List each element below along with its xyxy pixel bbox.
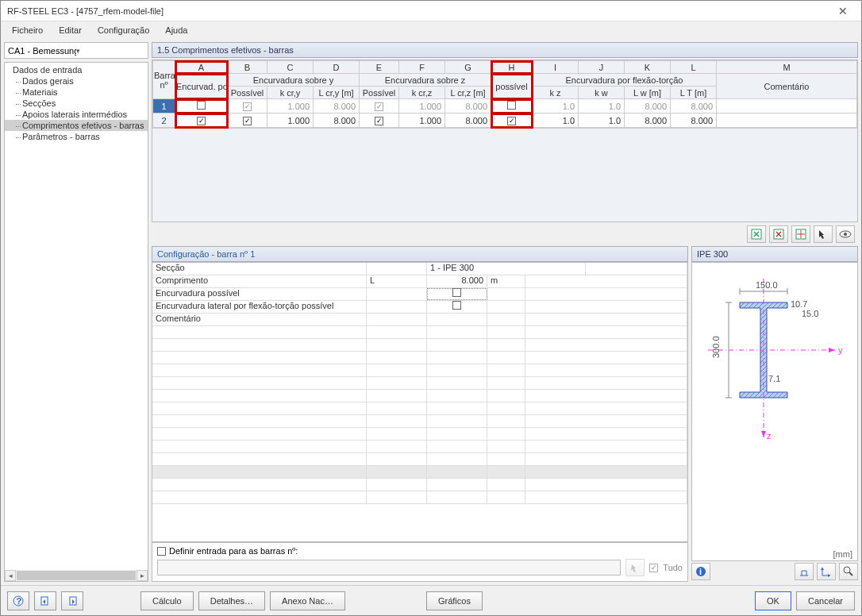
checkbox[interactable]	[452, 288, 461, 297]
info-icon[interactable]: i	[691, 563, 710, 580]
excel-export-icon[interactable]	[769, 225, 788, 243]
checkbox[interactable]: ✓	[375, 102, 383, 111]
settings-icon[interactable]	[839, 563, 858, 580]
svg-text:150.0: 150.0	[756, 280, 778, 290]
sidebar: CA1 - Bemessung nach Eurococ ▾ Dados de …	[4, 42, 148, 582]
svg-text:15.0: 15.0	[802, 309, 818, 318]
members-grid[interactable]: Barranº A B C D E F G H I J K L M	[152, 60, 858, 222]
checkbox[interactable]: ✓	[375, 117, 383, 125]
graficos-button[interactable]: Gráficos	[426, 591, 483, 610]
window-title: RF-STEEL EC3 - [4757_rfem-model-file]	[7, 6, 831, 16]
svg-text:10.7: 10.7	[791, 299, 807, 309]
define-label: Definir entrada para as barras nº:	[169, 546, 298, 556]
close-icon[interactable]: ✕	[831, 5, 855, 17]
detail-panel: Configuração - barra nº 1 Secção1 - IPE …	[152, 246, 688, 582]
section-preview[interactable]: y z 150.0 300.0 10.7 15.0 7.1	[691, 262, 858, 561]
col-L[interactable]: L	[671, 61, 717, 74]
col-G[interactable]: G	[445, 61, 491, 74]
detail-title: Configuração - barra nº 1	[152, 246, 688, 262]
tree-comprimentos[interactable]: Comprimentos efetivos - barras	[5, 120, 148, 131]
pick-icon[interactable]	[814, 225, 833, 243]
anexo-button[interactable]: Anexo Nac…	[270, 591, 345, 610]
preview-panel: IPE 300 y z	[691, 246, 858, 582]
next-page-button[interactable]	[61, 591, 83, 610]
table-row[interactable]: 2 ✓ ✓ 1.000 8.000 ✓ 1.000 8.000 ✓ 1.0 1.…	[153, 114, 857, 128]
col-D[interactable]: D	[314, 61, 360, 74]
eye-icon[interactable]	[836, 225, 855, 243]
prev-page-button[interactable]	[34, 591, 56, 610]
define-input[interactable]	[157, 560, 621, 576]
svg-text:300.0: 300.0	[711, 336, 721, 358]
checkbox[interactable]	[507, 101, 516, 110]
col-H[interactable]: H	[491, 61, 533, 74]
tree-seccoes[interactable]: Secções	[5, 98, 148, 109]
checkbox[interactable]	[452, 301, 461, 310]
scroll-right-icon[interactable]: ▸	[137, 570, 148, 581]
tree-materiais[interactable]: Materiais	[5, 87, 148, 98]
tree-parametros[interactable]: Parâmetros - barras	[5, 131, 148, 142]
main-pane: 1.5 Comprimentos efetivos - barras Barra…	[152, 42, 858, 582]
help-button[interactable]: ?	[7, 591, 29, 610]
axis-view-icon[interactable]	[817, 563, 836, 580]
svg-text:?: ?	[17, 596, 22, 606]
col-K[interactable]: K	[625, 61, 671, 74]
col-M[interactable]: M	[717, 61, 857, 74]
define-row: Definir entrada para as barras nº: ✓ Tud…	[152, 542, 688, 582]
tree-apoios[interactable]: Apoios laterais intermédios	[5, 109, 148, 120]
checkbox[interactable]: ✓	[507, 117, 516, 125]
svg-point-4	[844, 233, 847, 236]
preview-title: IPE 300	[691, 246, 858, 262]
chevron-down-icon: ▾	[76, 47, 144, 55]
svg-marker-7	[829, 348, 835, 352]
checkbox[interactable]: ✓	[243, 117, 252, 125]
scroll-thumb[interactable]	[17, 571, 136, 580]
tudo-checkbox[interactable]: ✓	[649, 564, 658, 572]
grid-toolbar	[152, 224, 858, 244]
checkbox[interactable]	[197, 101, 206, 110]
col-A[interactable]: A	[175, 61, 228, 74]
col-B[interactable]: B	[228, 61, 267, 74]
pick-members-icon[interactable]	[625, 559, 645, 576]
tree-root[interactable]: Dados de entrada	[5, 64, 148, 75]
tudo-label: Tudo	[663, 563, 683, 572]
checkbox[interactable]: ✓	[243, 102, 252, 111]
preview-toolbar: i	[691, 561, 858, 582]
col-barra: Barranº	[153, 61, 175, 99]
ok-button[interactable]: OK	[755, 591, 791, 610]
svg-marker-25	[821, 568, 824, 570]
menu-ficheiro[interactable]: Ficheiro	[6, 24, 49, 37]
section-view-icon[interactable]	[795, 563, 814, 580]
menu-config[interactable]: Configuração	[91, 24, 156, 37]
col-E[interactable]: E	[360, 61, 399, 74]
nav-tree: Dados de entrada Dados gerais Materiais …	[4, 62, 148, 582]
excel-sync-icon[interactable]	[791, 225, 810, 243]
bottom-bar: ? Cálculo Detalhes… Anexo Nac… Gráficos …	[1, 585, 861, 615]
col-F[interactable]: F	[399, 61, 445, 74]
menu-ajuda[interactable]: Ajuda	[159, 24, 194, 37]
detalhes-button[interactable]: Detalhes…	[198, 591, 265, 610]
ipe-section-svg: y z 150.0 300.0 10.7 15.0 7.1	[692, 263, 851, 477]
svg-text:7.1: 7.1	[768, 374, 780, 383]
table-row[interactable]: 1 ✓ 1.000 8.000 ✓ 1.000 8.000 1.0 1.0 8.…	[153, 99, 857, 114]
excel-import-icon[interactable]	[747, 225, 766, 243]
pane-title: 1.5 Comprimentos efetivos - barras	[152, 42, 858, 58]
detail-grid[interactable]: Secção1 - IPE 300 ComprimentoL8.000m Enc…	[152, 262, 688, 542]
svg-marker-24	[828, 574, 830, 577]
col-I[interactable]: I	[533, 61, 579, 74]
col-J[interactable]: J	[579, 61, 625, 74]
svg-marker-9	[761, 431, 766, 437]
main-window: RF-STEEL EC3 - [4757_rfem-model-file] ✕ …	[0, 0, 862, 616]
tree-dados-gerais[interactable]: Dados gerais	[5, 75, 148, 87]
scroll-left-icon[interactable]: ◂	[5, 570, 16, 581]
col-C[interactable]: C	[267, 61, 314, 74]
tree-scrollbar[interactable]: ◂ ▸	[5, 570, 148, 581]
checkbox[interactable]: ✓	[197, 117, 206, 125]
menu-editar[interactable]: Editar	[52, 24, 88, 37]
loadcase-combo[interactable]: CA1 - Bemessung nach Eurococ ▾	[4, 42, 148, 59]
calculo-button[interactable]: Cálculo	[140, 591, 194, 610]
svg-text:i: i	[699, 567, 702, 576]
define-checkbox[interactable]	[157, 547, 166, 556]
svg-point-26	[844, 567, 850, 573]
cancelar-button[interactable]: Cancelar	[796, 591, 855, 610]
svg-text:y: y	[838, 345, 843, 355]
